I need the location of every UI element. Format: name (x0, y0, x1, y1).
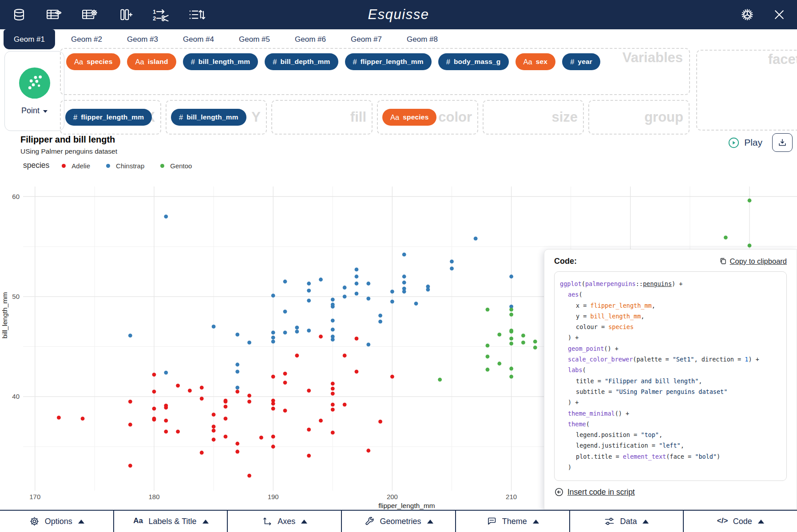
variable-pill-species[interactable]: Aaspecies (382, 109, 436, 126)
pill-label: year (578, 58, 592, 66)
aes-dropzone-group[interactable]: group (588, 100, 690, 135)
variable-pill-sex[interactable]: Aasex (515, 53, 556, 70)
geom-tab-4[interactable]: Geom #4 (171, 29, 226, 49)
aes-dropzone-fill[interactable]: fill (271, 100, 373, 135)
code-panel-header: Code: Copy to clipboard (554, 257, 787, 266)
geom-tabs: Geom #1Geom #2Geom #3Geom #4Geom #5Geom … (0, 29, 450, 51)
cut-slice-icon[interactable]: 12 (153, 8, 170, 21)
geom-tab-2[interactable]: Geom #2 (59, 29, 115, 49)
esquisse-app: 12 Esquisse Geom #1Geom #2Geom #3Geom #4… (0, 0, 797, 532)
pill-label: bill_length_mm (198, 58, 250, 66)
bottombar-theme-button[interactable]: Theme (455, 511, 569, 532)
continuous-type-icon: # (191, 58, 195, 66)
axes-icon (262, 516, 273, 527)
geom-tab-7[interactable]: Geom #7 (338, 29, 394, 49)
chevron-down-icon (43, 110, 48, 113)
continuous-type-icon: # (446, 58, 450, 66)
update-variables-icon[interactable] (82, 8, 99, 21)
bottombar-data-button[interactable]: Data (569, 511, 683, 532)
variable-pill-flipper_length_mm[interactable]: #flipper_length_mm (345, 53, 432, 70)
geom-tab-6[interactable]: Geom #6 (282, 29, 338, 49)
sliders-icon (604, 516, 615, 527)
download-plot-button[interactable] (772, 133, 793, 152)
svg-text:60: 60 (12, 193, 20, 200)
collapse-triangle-icon (758, 520, 764, 524)
code-line: colour = species (560, 322, 781, 332)
settings-gear-icon[interactable] (740, 8, 754, 21)
bottombar-label: Theme (502, 517, 527, 526)
bottombar-code-button[interactable]: </>Code (683, 511, 797, 532)
bottombar-axes-button[interactable]: Axes (227, 511, 341, 532)
collapse-triangle-icon (642, 520, 649, 524)
code-line: ggplot(palmerpenguins::penguins) + (560, 278, 781, 289)
plot-toolbar: Play (725, 133, 793, 152)
discrete-type-icon: Aa (390, 113, 399, 122)
svg-text:200: 200 (387, 493, 398, 500)
plot-subtitle: USing Palmer penguins dataset (20, 147, 117, 155)
database-icon[interactable] (11, 8, 28, 21)
variable-pill-species[interactable]: Aaspecies (66, 53, 120, 70)
play-button[interactable]: Play (725, 136, 765, 149)
bottombar-labels-title-button[interactable]: AaLabels & Title (113, 511, 227, 532)
code-line: ) (560, 462, 781, 472)
facet-dropzone[interactable]: facet (696, 50, 797, 131)
navbar: 12 Esquisse (0, 0, 797, 29)
continuous-type-icon: # (570, 58, 574, 66)
variable-pill-body_mass_g[interactable]: #body_mass_g (438, 53, 509, 70)
bottombar-label: Geometries (380, 517, 421, 526)
download-icon (777, 138, 787, 147)
aes-zone-label-color: color (438, 109, 472, 125)
bottombar-options-button[interactable]: Options (0, 511, 113, 532)
continuous-type-icon: # (273, 58, 277, 66)
svg-text:1: 1 (153, 9, 156, 15)
insert-code-link[interactable]: Insert code in script (554, 487, 635, 497)
continuous-type-icon: # (179, 113, 183, 122)
geom-tab-3[interactable]: Geom #3 (115, 29, 171, 49)
collapse-triangle-icon (427, 520, 433, 524)
copy-to-clipboard-link[interactable]: Copy to clipboard (719, 257, 787, 266)
point-geom-icon (18, 67, 51, 99)
legend-label: Gentoo (170, 162, 192, 170)
code-panel: Code: Copy to clipboard ggplot(palmerpen… (544, 249, 797, 510)
aes-dropzone-size[interactable]: size (483, 100, 584, 135)
bottombar-label: Labels & Title (149, 517, 197, 526)
code-line: theme( (560, 419, 781, 429)
reorder-levels-icon[interactable] (188, 8, 205, 21)
code-line: y = bill_length_mm, (560, 311, 781, 322)
close-icon[interactable] (772, 8, 786, 21)
wrench-icon (364, 516, 375, 527)
plot-legend: species AdelieChinstrapGentoo (23, 161, 208, 170)
svg-text:180: 180 (148, 493, 159, 500)
variable-pill-bill_depth_mm[interactable]: #bill_depth_mm (265, 53, 338, 70)
variables-dropzone[interactable]: Variables AaspeciesAaisland#bill_length_… (60, 48, 690, 95)
discrete-type-icon: Aa (74, 58, 83, 66)
continuous-type-icon: # (73, 113, 77, 122)
continuous-type-icon: # (353, 58, 357, 66)
geom-tab-5[interactable]: Geom #5 (226, 29, 282, 49)
facet-zone-label: facet (768, 52, 797, 67)
variable-pill-flipper_length_mm[interactable]: #flipper_length_mm (65, 109, 152, 126)
variable-pill-bill_length_mm[interactable]: #bill_length_mm (171, 109, 246, 126)
bottombar-geometries-button[interactable]: Geometries (341, 511, 455, 532)
variable-pill-island[interactable]: Aaisland (127, 53, 176, 70)
geom-tab-8[interactable]: Geom #8 (394, 29, 450, 49)
code-line: ) + (560, 397, 781, 408)
create-column-icon[interactable] (117, 8, 134, 21)
legend-label: Chinstrap (116, 162, 144, 170)
variable-pill-bill_length_mm[interactable]: #bill_length_mm (183, 53, 258, 70)
aes-dropzone-x[interactable]: X#flipper_length_mm (60, 100, 161, 135)
view-data-icon[interactable] (46, 8, 63, 21)
code-panel-title: Code: (554, 257, 577, 266)
svg-text:2: 2 (153, 16, 156, 22)
legend-dot (160, 164, 164, 168)
variable-pill-year[interactable]: #year (562, 53, 600, 70)
aes-dropzone-y[interactable]: Y#bill_length_mm (166, 100, 267, 135)
aes-dropzone-color[interactable]: colorAaspecies (377, 100, 478, 135)
geom-selector-dropdown[interactable]: Point (4, 51, 64, 131)
geom-tab-1[interactable]: Geom #1 (4, 29, 55, 49)
collapse-triangle-icon (533, 520, 539, 524)
code-line: legend.position = "top", (560, 429, 781, 440)
copy-icon (719, 257, 727, 266)
pill-label: species (87, 58, 112, 66)
pill-label: sex (536, 58, 547, 66)
